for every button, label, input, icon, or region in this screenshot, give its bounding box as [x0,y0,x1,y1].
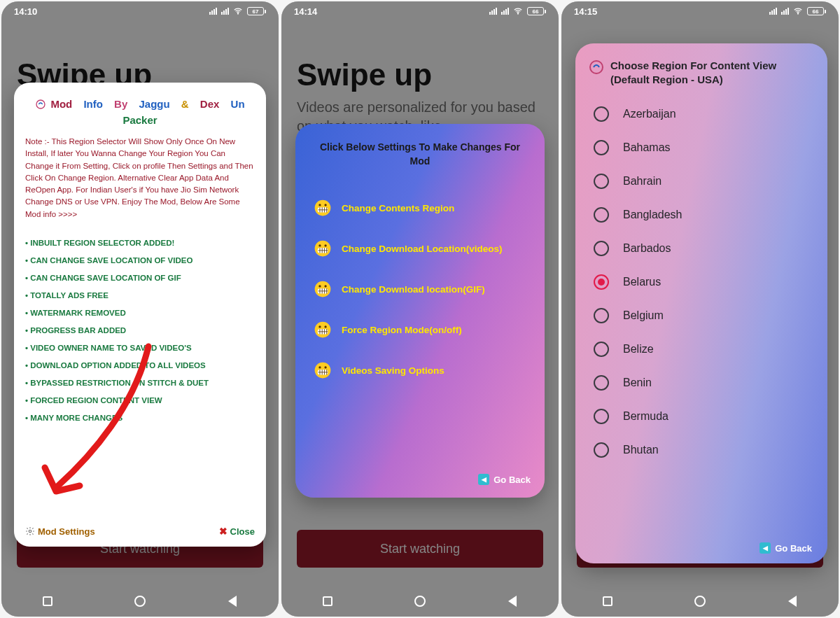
nav-home-button[interactable] [412,593,428,610]
dialog-note-text: Note :- This Region Selector Will Show O… [25,136,255,220]
mod-settings-dialog: Click Below Settings To Make Changes For… [295,124,545,498]
svg-point-12 [324,204,326,206]
wifi-icon [233,6,243,16]
svg-point-29 [318,286,321,288]
svg-point-50 [590,61,603,73]
svg-point-48 [324,367,326,369]
region-option[interactable]: Bahrain [575,164,827,198]
radio-icon [594,207,609,223]
region-option[interactable]: Bermuda [575,400,827,433]
go-back-button[interactable]: ◀ Go Back [478,474,531,485]
feature-item: • CAN CHANGE SAVE LOCATION OF VIDEO [25,252,255,269]
grin-emoji-icon [314,321,332,339]
feature-item: • INBUILT REGION SELECTOR ADDED! [25,234,255,252]
radio-icon [594,308,609,323]
phone-screen-1: Swipe up Videos are personalized for you… [1,1,279,617]
status-bar: 14:10 67 [1,1,279,21]
close-icon: ✖ [219,526,227,537]
dialog-header: Choose Region For Content View (Default … [610,59,815,87]
svg-point-49 [797,13,798,14]
signal-icon [489,8,497,15]
mod-info-dialog: Mod Info By Jaggu & Dex UnPacker Note :-… [14,83,266,547]
clock-text: 14:15 [574,6,597,17]
nav-recents-button[interactable] [39,593,56,610]
mod-settings-button[interactable]: Mod Settings [25,526,95,537]
radio-icon [594,342,609,357]
back-icon: ◀ [760,542,771,554]
system-nav-bar [561,586,839,617]
region-option[interactable]: Belarus [575,265,827,299]
nav-home-button[interactable] [132,593,148,610]
feature-item: • TOTALLY ADS FREE [25,287,255,304]
option-videos-saving-options[interactable]: Videos Saving Options [309,350,531,391]
status-bar: 14:14 66 [281,1,559,21]
region-option[interactable]: Bhutan [575,433,827,467]
wifi-icon [793,6,803,16]
close-button[interactable]: ✖ Close [219,526,255,537]
radio-icon [594,106,609,122]
nav-back-button[interactable] [224,593,241,610]
battery-icon: 67 [247,7,266,15]
region-option[interactable]: Bangladesh [575,198,827,232]
back-icon: ◀ [478,474,489,485]
svg-point-11 [318,204,321,206]
region-option[interactable]: Benin [575,366,827,400]
go-back-button[interactable]: ◀ Go Back [760,542,812,554]
svg-point-1 [36,100,45,108]
nav-back-button[interactable] [504,593,521,610]
nav-home-button[interactable] [692,593,708,610]
feature-item: • FORCED REGION CONTENT VIEW [25,392,255,409]
wifi-icon [513,6,523,16]
radio-icon [594,140,609,155]
radio-icon-selected [594,274,609,290]
nav-recents-button[interactable] [599,593,616,610]
region-option[interactable]: Bahamas [575,131,827,164]
nav-recents-button[interactable] [319,593,336,610]
region-option[interactable]: Belize [575,332,827,366]
region-option[interactable]: Belgium [575,299,827,332]
feature-item: • MANY MORE CHANGES [25,409,255,427]
region-list[interactable]: Azerbaijan Bahamas Bahrain Bangladesh Ba… [575,97,827,543]
grin-emoji-icon [314,361,332,379]
feature-item: • BYPASSED RESTRICTION ON STITCH & DUET [25,374,255,392]
feature-item: • VIDEO OWNER NAME TO SAVED VIDEO'S [25,339,255,357]
dialog-title: Mod Info By Jaggu & Dex UnPacker [25,98,255,126]
phone-screen-2: Swipe up Videos are personalized for you… [281,1,559,617]
nav-back-button[interactable] [784,593,801,610]
region-option[interactable]: Azerbaijan [575,97,827,131]
svg-point-2 [29,530,31,533]
region-option[interactable]: Barbados [575,232,827,265]
svg-point-30 [324,286,326,288]
feature-item: • CAN CHANGE SAVE LOCATION OF GIF [25,269,255,287]
dialog-header: Click Below Settings To Make Changes For… [309,141,531,168]
option-force-region-mode[interactable]: Force Region Mode(on/off) [309,309,531,350]
signal-icon [221,8,229,15]
signal-icon [209,8,217,15]
signal-icon [781,8,789,15]
feature-item: • PROGRESS BAR ADDED [25,322,255,339]
grin-emoji-icon [314,199,332,217]
option-change-download-location-gif[interactable]: Change Download location(GIF) [309,269,531,309]
feature-item: • DOWNLOAD OPTION ADDED TO ALL VIDEOS [25,357,255,374]
system-nav-bar [1,586,279,617]
gear-icon [25,526,35,536]
radio-icon [594,409,609,424]
option-change-download-location-videos[interactable]: Change Download Location(videos) [309,228,531,269]
battery-icon: 66 [807,7,826,15]
signal-icon [501,8,509,15]
grin-emoji-icon [314,239,332,258]
status-bar: 14:15 66 [561,1,839,21]
radio-icon [594,174,609,189]
system-nav-bar [281,586,559,617]
clock-text: 14:10 [14,6,37,17]
battery-icon: 66 [527,7,546,15]
svg-point-38 [318,326,321,328]
option-change-contents-region[interactable]: Change Contents Region [309,188,531,228]
svg-point-3 [517,13,518,14]
region-selector-dialog: Choose Region For Content View (Default … [575,43,827,563]
app-logo-icon [588,59,605,76]
svg-point-39 [324,326,326,328]
svg-point-0 [237,13,238,14]
grin-emoji-icon [314,280,332,298]
signal-icon [769,8,777,15]
